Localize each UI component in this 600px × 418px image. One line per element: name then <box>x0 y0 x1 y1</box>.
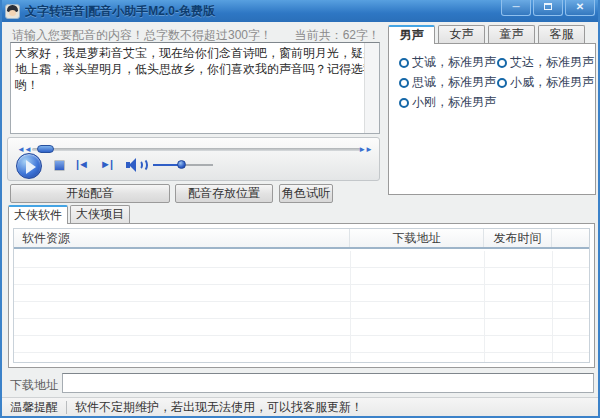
table-header-row: 软件资源 下载地址 发布时间 <box>14 229 589 249</box>
play-icon <box>26 160 36 174</box>
stop-button[interactable] <box>54 160 65 171</box>
voice-option-label: 思诚，标准男声 <box>412 74 496 91</box>
speaker-wave <box>137 158 148 172</box>
voice-option-label: 艾达，标准男声 <box>510 54 594 71</box>
tab-daxia-software[interactable]: 大侠软件 <box>8 205 68 224</box>
radio-icon[interactable] <box>399 58 409 68</box>
resource-panel: 软件资源 下载地址 发布时间 <box>8 223 595 368</box>
tab-female-voice[interactable]: 女声 <box>438 25 485 43</box>
radio-icon[interactable] <box>399 98 409 108</box>
maximize-button[interactable] <box>533 0 563 16</box>
play-button[interactable] <box>16 153 42 179</box>
tts-text-input[interactable]: 大家好，我是萝莉音艾宝，现在给你们念首诗吧，窗前明月光，疑是地上霜，举头望明月，… <box>10 42 380 134</box>
download-address-input[interactable] <box>62 373 594 393</box>
column-divider <box>350 251 351 362</box>
close-button[interactable]: ✕ <box>565 0 595 16</box>
tab-male-voice[interactable]: 男声 <box>388 25 435 44</box>
app-icon-face <box>9 10 16 16</box>
dubbing-location-button[interactable]: 配音存放位置 <box>175 184 273 203</box>
fast-forward-icon[interactable]: ►► <box>358 145 372 154</box>
maximize-icon <box>544 3 552 10</box>
voice-option[interactable]: 思诚，标准男声 <box>399 74 496 91</box>
titlebar: 文字转语音|配音小助手M2.0-免费版 ─ ✕ <box>2 0 598 22</box>
voice-option-label: 小刚，标准男声 <box>412 94 496 111</box>
tab-child-voice[interactable]: 童声 <box>488 25 535 43</box>
voice-option-label: 小威，标准男声 <box>510 74 594 91</box>
voice-option[interactable]: 艾达，标准男声 <box>497 54 594 71</box>
column-header-software[interactable]: 软件资源 <box>14 229 350 247</box>
column-header-date[interactable]: 发布时间 <box>484 229 552 247</box>
next-button[interactable]: ►| <box>100 158 112 170</box>
voice-option[interactable]: 小威，标准男声 <box>497 74 594 91</box>
volume-thumb[interactable] <box>177 160 186 169</box>
seek-thumb[interactable] <box>37 145 54 153</box>
resource-tabstrip: 大侠软件 大侠项目 <box>8 205 130 223</box>
statusbar-separator <box>66 401 67 414</box>
voice-option-label: 艾诚，标准男声 <box>412 54 496 71</box>
column-divider <box>484 251 485 362</box>
column-header-download[interactable]: 下载地址 <box>350 229 484 247</box>
app-window: 文字转语音|配音小助手M2.0-免费版 ─ ✕ 请输入您要配音的内容！总字数不得… <box>0 0 600 418</box>
voice-option[interactable]: 小刚，标准男声 <box>399 94 496 111</box>
radio-icon[interactable] <box>399 78 409 88</box>
role-audition-button[interactable]: 角色试听 <box>279 184 333 203</box>
column-header-empty <box>552 229 589 247</box>
voice-option-panel: 艾诚，标准男声 艾达，标准男声 思诚，标准男声 小威，标准男声 小刚，标准男声 <box>388 43 596 195</box>
download-address-label: 下载地址 <box>10 377 58 394</box>
resource-table[interactable]: 软件资源 下载地址 发布时间 <box>13 228 590 363</box>
table-body[interactable] <box>14 251 589 362</box>
minimize-button[interactable]: ─ <box>501 0 531 16</box>
window-controls: ─ ✕ <box>501 0 595 22</box>
radio-icon[interactable] <box>497 58 507 68</box>
seek-slider[interactable] <box>32 148 362 151</box>
statusbar: 温馨提醒 软件不定期维护，若出现无法使用，可以找客服更新！ <box>2 397 598 416</box>
radio-icon[interactable] <box>497 78 507 88</box>
voice-option[interactable]: 艾诚，标准男声 <box>399 54 496 71</box>
tab-customer-service[interactable]: 客服 <box>538 25 585 43</box>
column-divider <box>552 251 553 362</box>
textarea-scrollbar[interactable] <box>364 43 379 133</box>
statusbar-badge: 温馨提醒 <box>2 399 66 416</box>
voice-tabstrip: 男声 女声 童声 客服 <box>388 25 585 43</box>
window-title: 文字转语音|配音小助手M2.0-免费版 <box>25 3 501 20</box>
media-player: ◄◄ ►► |◄ ►| <box>7 137 380 181</box>
previous-button[interactable]: |◄ <box>76 158 88 170</box>
tab-daxia-project[interactable]: 大侠项目 <box>70 205 130 223</box>
start-dubbing-button[interactable]: 开始配音 <box>10 184 170 203</box>
statusbar-message: 软件不定期维护，若出现无法使用，可以找客服更新！ <box>75 399 363 416</box>
volume-slider[interactable] <box>153 164 213 166</box>
volume-icon[interactable] <box>126 158 146 172</box>
app-icon <box>5 4 20 19</box>
